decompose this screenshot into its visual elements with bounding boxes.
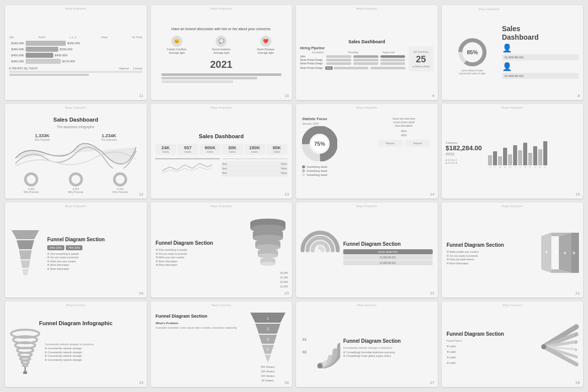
bullet-text-23-5: More information	[159, 263, 178, 266]
slide-22-title: Funnel Diagram Section	[343, 241, 433, 247]
progress-5	[353, 59, 378, 61]
bar-x-jan: J	[489, 166, 491, 168]
label-76: 76% 20%	[66, 245, 83, 250]
bullet-text-21-3: Keep job performance	[450, 258, 474, 261]
slide-15-chart: J F M A M J J A S O N D	[488, 141, 579, 168]
slide-11-number: 11	[139, 93, 144, 98]
slide-27-title: Funnel Diagram Section	[343, 338, 433, 344]
info-box-3: 21.000-96.021	[343, 260, 433, 265]
circle-desc: some detail of statsconnected value of d…	[459, 69, 485, 75]
bullet-list-24: Give something to people Are you ready t…	[47, 252, 142, 270]
heart-icon: ❤️	[260, 36, 271, 47]
stat-1333: 1.333K Why Promote	[35, 133, 50, 141]
icon-label-3: Heart DiseaseAverage light	[257, 48, 274, 55]
svg-text:4: 4	[564, 251, 566, 255]
slide-26-text: Funnel Diagram Section What's Problem A …	[155, 313, 246, 383]
slide-10-tag: Mega Infographic	[211, 7, 232, 10]
bar-2	[26, 47, 58, 52]
metric-label-5: metric	[247, 150, 263, 153]
funnel-22-text: Funnel Diagram Section some detail info …	[342, 240, 434, 267]
slide-14-left: Statistic Focus January 2022 75% Somethi…	[300, 115, 372, 179]
bar-x-nov: N	[539, 166, 541, 168]
bullet-text-21-2: Are you ready to promote	[450, 254, 478, 257]
slide-13-tag: Mega Infographic	[211, 106, 232, 109]
bullet-text-21-1: Make enable your content	[450, 250, 479, 253]
icon-card-3: ❤️ Heart DiseaseAverage light	[247, 36, 284, 55]
mini-bar-1	[161, 73, 281, 76]
row-jobs: Jobs	[300, 55, 325, 58]
info-row-2: 21.000-36.021	[502, 73, 579, 79]
btn-view[interactable]: View	[325, 66, 333, 70]
dot-23-3	[156, 256, 158, 258]
donut-card-1: 6,202Why Promote	[24, 172, 39, 193]
svg-text:5: 5	[573, 251, 575, 255]
slide-23-title: Funnel Diagram Section	[156, 240, 245, 246]
bullet-text-23-3: Write your own content	[159, 256, 184, 259]
mini-donut-3	[113, 172, 127, 186]
bullet-list-23: Give something to people Are you ready t…	[156, 248, 245, 266]
col-time: At Time	[132, 36, 142, 39]
svg-text:3: 3	[267, 338, 269, 341]
problem-label: What's Problem	[156, 322, 245, 325]
bar-1	[26, 41, 66, 46]
donut-label-2: 6,202Why Promote	[68, 187, 83, 193]
stat-num-1: 1.333K	[35, 133, 50, 138]
legend-text-2: Something detail	[307, 169, 327, 172]
summary-title: Job Summary	[413, 50, 429, 53]
year-2021: 2021	[210, 59, 233, 70]
progress-4	[326, 59, 351, 61]
row-senior-2: Senior Product Design	[300, 62, 325, 65]
dot-27-1	[343, 351, 345, 353]
legend-text-3: Something detail	[307, 173, 327, 176]
progress-3	[380, 55, 406, 58]
dot-21-3	[447, 258, 449, 260]
mini-bar-3	[161, 80, 233, 83]
year-2022: 2022	[446, 152, 455, 156]
bar-val-3: $450.000	[55, 54, 67, 57]
slide-27-tag: Mega Summary	[357, 304, 376, 307]
hiring-title: Hiring Pipeline	[300, 46, 407, 50]
metric-num-5: 180K	[247, 145, 263, 150]
bottom-bar-2	[9, 74, 89, 76]
metric-label-4: metric	[224, 150, 240, 153]
metric-30k: 30K metric	[222, 144, 243, 155]
funnel-lines-visual: 1 2 3 4	[539, 324, 579, 371]
bar-feb: F	[493, 151, 497, 168]
slide-14-number: 14	[430, 192, 435, 197]
label-28-1: Label	[450, 345, 456, 348]
mini-donut-2	[69, 172, 83, 186]
bar-col-jun	[513, 145, 517, 165]
bar-col-mar	[498, 156, 502, 165]
col-approved: Approved	[371, 51, 407, 54]
bar-col-feb	[493, 151, 497, 165]
col-accepted: Accepted	[300, 51, 336, 54]
bar-x-aug: A	[524, 166, 526, 168]
bar-jun: J	[513, 145, 517, 168]
bullet-text-4: More information	[50, 263, 69, 266]
funnel-28-legend: Label Label Label Label	[447, 344, 536, 365]
slide-9-tag: Mega Infographic	[356, 7, 378, 10]
metrics-row-1: 24K metric 557 metric 900K metric 30K me…	[155, 144, 288, 155]
social-icon: 💬	[216, 36, 227, 47]
dot-21-4	[447, 262, 449, 264]
bullet-25-3: Conveniently network strategic	[48, 354, 82, 357]
svg-text:2: 2	[545, 250, 548, 254]
bar-aug: A	[523, 143, 527, 168]
slide-14-tag: Mega Infographic	[356, 106, 378, 109]
slide-12: Mega Infographic Sales Dashboard The awe…	[5, 104, 147, 199]
job-summary: Job Summary 25 ● detail ● detail	[409, 46, 434, 71]
row-senior-1: Senior Product Design	[300, 59, 325, 61]
item-27-2: Compellingly foster global supply chains	[343, 354, 433, 357]
metric-label-1: metric	[158, 150, 174, 153]
funnel-24-text: Funnel Diagram Section 94% 20% 76% 20% G…	[46, 235, 143, 272]
bullet-text-23-4: More information	[159, 260, 178, 263]
metric-num-4: 30K	[224, 145, 240, 150]
slide-8: Mega Infographic 85% some detail of stat…	[442, 5, 583, 100]
dot-23-5	[156, 264, 158, 266]
slide-28-tag: Mega Summary	[503, 304, 522, 307]
progress-6	[380, 59, 406, 61]
wave-chart	[9, 143, 143, 168]
funnel-steps-visual: 1 2 3 4 640 Viewers320 Viewers160 Viewer…	[248, 313, 288, 383]
slide-23-tag: Mega Infographic	[211, 205, 232, 208]
col-view: View	[101, 36, 108, 39]
